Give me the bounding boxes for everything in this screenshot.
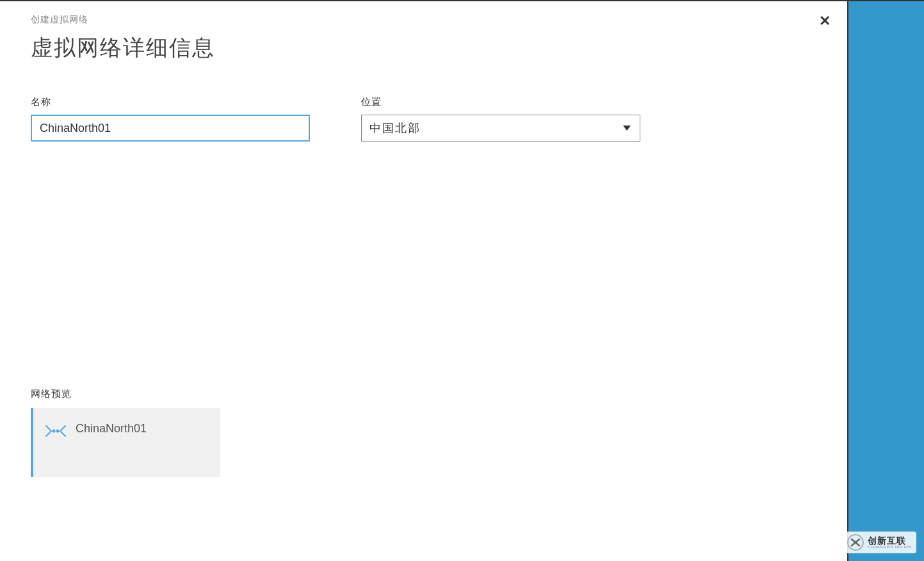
watermark-brand-en: CHUANGXIN HULIAN [868, 545, 911, 549]
location-select[interactable]: 中国北部 [361, 115, 640, 142]
watermark-text: 创新互联 CHUANGXIN HULIAN [868, 536, 911, 549]
page-container: ✕ 创建虚拟网络 虚拟网络详细信息 名称 位置 中国北部 网络预览 [0, 0, 924, 561]
watermark: 创新互联 CHUANGXIN HULIAN [842, 532, 916, 553]
form-row: 名称 位置 中国北部 [31, 96, 816, 142]
watermark-brand-cn: 创新互联 [868, 536, 911, 545]
main-content: ✕ 创建虚拟网络 虚拟网络详细信息 名称 位置 中国北部 网络预览 [0, 1, 848, 561]
location-field-group: 位置 中国北部 [361, 96, 640, 142]
name-input[interactable] [31, 115, 310, 142]
chevron-down-icon [623, 126, 631, 131]
location-label: 位置 [361, 96, 640, 108]
network-icon [45, 422, 67, 440]
location-select-value: 中国北部 [369, 120, 421, 136]
svg-point-0 [53, 430, 55, 432]
svg-point-1 [57, 430, 59, 432]
preview-network-name: ChinaNorth01 [76, 422, 147, 435]
close-button[interactable]: ✕ [819, 15, 831, 27]
watermark-logo-icon [847, 534, 864, 551]
preview-card[interactable]: ChinaNorth01 [31, 408, 220, 477]
preview-label: 网络预览 [31, 388, 220, 400]
name-field-group: 名称 [31, 96, 310, 142]
breadcrumb: 创建虚拟网络 [31, 14, 816, 26]
name-label: 名称 [31, 96, 310, 108]
preview-section: 网络预览 ChinaNorth01 [31, 388, 220, 477]
page-title: 虚拟网络详细信息 [31, 33, 816, 63]
right-sidebar [848, 1, 924, 561]
